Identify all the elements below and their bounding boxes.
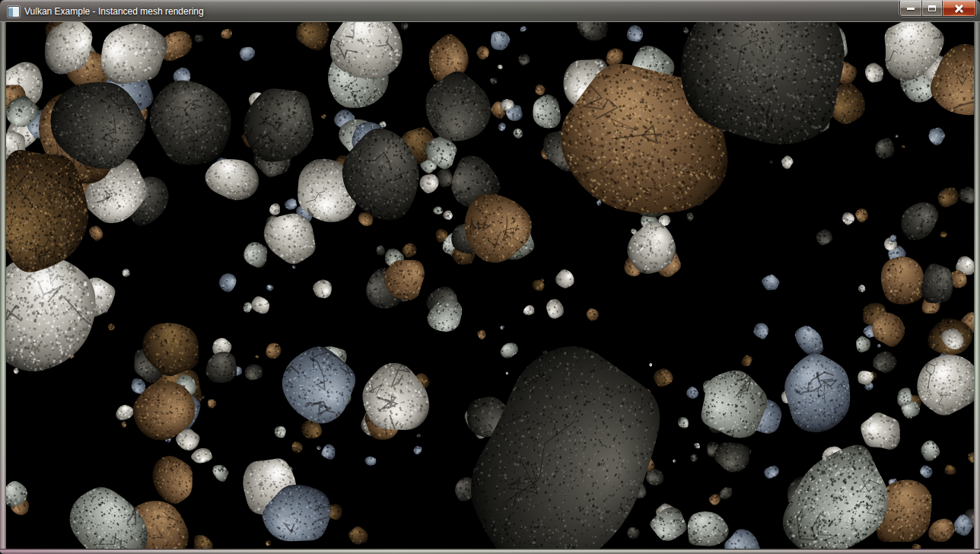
window-resize-border-right[interactable] xyxy=(974,22,980,549)
minimize-icon xyxy=(907,8,915,10)
render-viewport[interactable] xyxy=(6,22,974,549)
window-resize-border-left[interactable] xyxy=(0,22,6,549)
application-window: Vulkan Example - Instanced mesh renderin… xyxy=(0,0,980,554)
app-icon[interactable] xyxy=(8,6,20,18)
window-title: Vulkan Example - Instanced mesh renderin… xyxy=(24,2,204,22)
caption-buttons xyxy=(899,1,976,17)
minimize-button[interactable] xyxy=(900,1,922,16)
close-icon xyxy=(954,3,965,14)
maximize-icon xyxy=(928,5,936,11)
maximize-button[interactable] xyxy=(922,1,943,16)
titlebar[interactable]: Vulkan Example - Instanced mesh renderin… xyxy=(0,0,980,22)
window-resize-border-bottom[interactable] xyxy=(0,549,980,554)
close-button[interactable] xyxy=(943,1,975,16)
